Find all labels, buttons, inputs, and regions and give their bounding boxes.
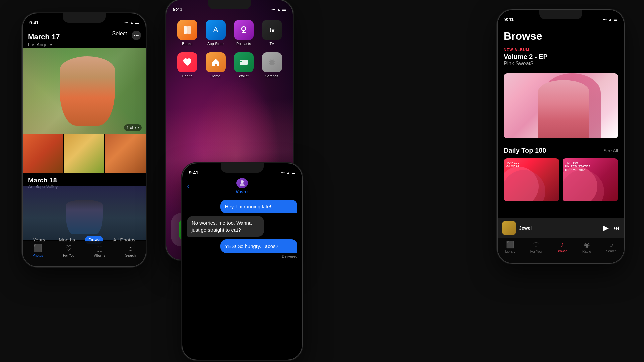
- tv-label: TV: [269, 42, 274, 46]
- chart-decoration: [504, 167, 539, 201]
- msg-signal-icon: ▪▪▪: [281, 171, 285, 175]
- nav-search-music[interactable]: ⌕ Search: [606, 241, 617, 253]
- music-featured-artwork[interactable]: [504, 73, 618, 138]
- battery-icon: ▬: [135, 21, 139, 25]
- for-you-nav-icon: ♡: [65, 244, 72, 253]
- podcasts-label: Podcasts: [236, 42, 251, 46]
- signal-icon: ▪▪▪: [124, 21, 128, 25]
- app-appstore[interactable]: A App Store: [204, 20, 227, 46]
- search-nav-label: Search: [125, 254, 136, 257]
- nav-search[interactable]: ⌕ Search: [125, 244, 136, 257]
- health-icon: [177, 52, 197, 72]
- section2-photo[interactable]: [23, 186, 146, 240]
- msg-battery-icon: ▬: [292, 171, 295, 175]
- now-playing-title: Jewel: [519, 225, 600, 231]
- library-nav-icon: ⬛: [506, 241, 514, 249]
- daily-top-title: Daily Top 100: [504, 147, 546, 154]
- main-photo[interactable]: 1 of 7 ›: [23, 48, 146, 134]
- nav-library[interactable]: ⬛ Library: [505, 241, 515, 253]
- nav-for-you-music[interactable]: ♡ For You: [530, 241, 542, 253]
- music-notch: [539, 10, 582, 19]
- settings-label: Settings: [265, 74, 279, 78]
- photos-location: Los Angeles: [28, 42, 140, 47]
- app-settings[interactable]: Settings: [261, 52, 283, 78]
- new-album-label: NEW ALBUM: [504, 48, 618, 52]
- photo-grid: [23, 134, 146, 173]
- select-button[interactable]: Select: [112, 31, 127, 37]
- message-received-1: No worries, me too. Wanna just go straig…: [187, 216, 264, 237]
- charts-row: TOP 100GLOBAL TOP 100UNITED STATESOF AME…: [504, 158, 618, 201]
- album-title: Volume 2 - EP: [504, 53, 618, 61]
- app-health[interactable]: Health: [176, 52, 199, 78]
- messages-contact-name: Vash ›: [236, 189, 249, 194]
- now-playing-controls: ▶ ⏭: [603, 224, 619, 232]
- chart-usa-decoration: [563, 167, 597, 201]
- radio-music-label: Radio: [582, 250, 591, 253]
- home-icon: [206, 52, 226, 72]
- msg-wifi-icon: ▲: [286, 171, 290, 175]
- app-wallet[interactable]: Wallet: [233, 52, 255, 78]
- more-button[interactable]: •••: [132, 31, 141, 40]
- music-status-time: 9:41: [504, 17, 514, 22]
- grid-photo-2[interactable]: [64, 134, 104, 173]
- music-wifi-icon: ▲: [608, 17, 612, 21]
- browse-music-icon: ♪: [561, 241, 564, 248]
- nav-albums[interactable]: ⬚ Albums: [94, 244, 105, 257]
- home-notch: [208, 0, 251, 9]
- nav-for-you[interactable]: ♡ For You: [63, 244, 74, 257]
- nav-browse-music[interactable]: ♪ Browse: [557, 241, 567, 253]
- music-nav: ⬛ Library ♡ For You ♪ Browse ◉ Radio ⌕: [498, 238, 624, 263]
- home-status-icons: ▪▪▪ ▲ ▬: [271, 7, 286, 11]
- app-books[interactable]: Books: [176, 20, 199, 46]
- app-row-2: Health Home Wallet: [173, 52, 286, 78]
- now-playing-bar[interactable]: Jewel ▶ ⏭: [498, 218, 624, 238]
- messages-body: Hey, I'm running late! No worries, me to…: [182, 196, 302, 360]
- messages-status-icons: ▪▪▪ ▲ ▬: [281, 171, 295, 175]
- messages-notch: [221, 163, 264, 173]
- message-sent-2: YES! So hungry. Tacos?: [220, 239, 297, 253]
- see-all-button[interactable]: See All: [603, 148, 618, 153]
- search-music-icon: ⌕: [609, 241, 613, 248]
- contact-chevron-icon: ›: [247, 189, 249, 194]
- messages-header: ‹ Vash ›: [182, 178, 302, 194]
- phone-messages: 9:41 ▪▪▪ ▲ ▬ ‹ Vash › Hey, I'm running: [182, 163, 302, 360]
- status-icons-1: ▪▪▪ ▲ ▬: [124, 21, 139, 25]
- photos-nav-icon: ⬛: [33, 244, 42, 253]
- for-you-nav-label: For You: [63, 254, 74, 257]
- appstore-label: App Store: [207, 42, 224, 46]
- messages-status-time: 9:41: [189, 170, 198, 175]
- wallet-icon: [234, 52, 254, 72]
- app-tv[interactable]: tv TV: [261, 20, 283, 46]
- grid-photo-1[interactable]: [23, 134, 63, 173]
- skip-forward-button[interactable]: ⏭: [613, 225, 619, 232]
- message-sent-1: Hey, I'm running late!: [220, 200, 297, 213]
- app-home[interactable]: Home: [204, 52, 227, 78]
- browse-music-label: Browse: [557, 249, 567, 253]
- daily-top-100-section: Daily Top 100 See All TOP 100GLOBAL TOP …: [504, 147, 618, 201]
- home-wifi-icon: ▲: [277, 7, 281, 11]
- appstore-icon: A: [206, 20, 226, 40]
- section2-date: March 18: [28, 177, 140, 184]
- nav-radio-music[interactable]: ◉ Radio: [582, 241, 591, 253]
- music-browse-title: Browse: [504, 30, 618, 42]
- for-you-music-label: For You: [530, 250, 542, 253]
- chart-global[interactable]: TOP 100GLOBAL: [504, 158, 559, 201]
- phone-photos: 9:41 ▪▪▪ ▲ ▬ March 17 Los Angeles Select…: [23, 13, 146, 266]
- photo-counter: 1 of 7 ›: [124, 124, 142, 131]
- home-battery-icon: ▬: [282, 7, 286, 11]
- music-browse-header: Browse NEW ALBUM Volume 2 - EP Pink Swea…: [498, 27, 624, 70]
- chart-usa[interactable]: TOP 100UNITED STATESOF AMERICA: [563, 158, 618, 201]
- app-row-1: Books A App Store Podcasts: [173, 20, 286, 46]
- home-app-grid: Books A App Store Podcasts: [166, 17, 293, 88]
- books-label: Books: [182, 42, 192, 46]
- health-label: Health: [182, 74, 193, 78]
- app-podcasts[interactable]: Podcasts: [233, 20, 255, 46]
- search-nav-icon: ⌕: [128, 244, 133, 253]
- notch: [63, 13, 106, 23]
- photos-nav-label: Photos: [33, 254, 43, 257]
- grid-photo-3[interactable]: [105, 134, 146, 173]
- play-button[interactable]: ▶: [603, 224, 609, 232]
- nav-photos[interactable]: ⬛ Photos: [33, 244, 43, 257]
- messages-back-button[interactable]: ‹: [187, 182, 189, 190]
- music-status-icons: ▪▪▪ ▲ ▬: [603, 17, 617, 21]
